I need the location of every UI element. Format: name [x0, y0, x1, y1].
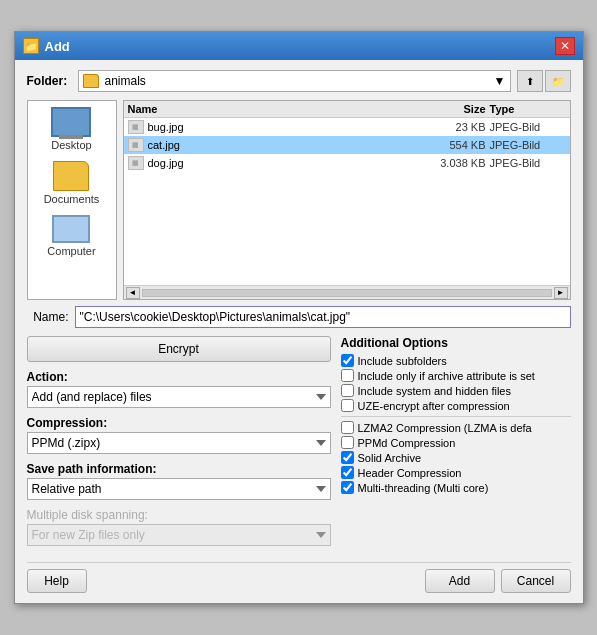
checkbox-multi: Multi-threading (Multi core) [341, 481, 571, 494]
solid-label: Solid Archive [358, 452, 422, 464]
lzma2-label: LZMA2 Compression (LZMA is defa [358, 422, 532, 434]
compression-select[interactable]: PPMd (.zipx) Deflate (.zip) LZMA (.zipx)… [27, 432, 331, 454]
nav-documents[interactable]: Documents [44, 161, 100, 205]
system-hidden-checkbox[interactable] [341, 384, 354, 397]
include-subfolders-label: Include subfolders [358, 355, 447, 367]
file-thumb-icon: ▦ [128, 120, 144, 134]
multiple-disk-group: Multiple disk spanning: For new Zip file… [27, 508, 331, 546]
file-list-area: Name Size Type ▦ bug.jpg 23 KB JPEG-Bild [123, 100, 571, 300]
file-thumb-icon: ▦ [128, 138, 144, 152]
save-path-group: Save path information: Relative path Ful… [27, 462, 331, 500]
archive-attribute-checkbox[interactable] [341, 369, 354, 382]
multiple-disk-label: Multiple disk spanning: [27, 508, 331, 522]
scroll-left-arrow[interactable]: ◄ [126, 287, 140, 299]
header-checkbox[interactable] [341, 466, 354, 479]
bottom-row: Help Add Cancel [27, 562, 571, 593]
checkbox-header: Header Compression [341, 466, 571, 479]
checkbox-archive-attribute: Include only if archive attribute is set [341, 369, 571, 382]
encrypt-button[interactable]: Encrypt [27, 336, 331, 362]
file-type: JPEG-Bild [486, 121, 566, 133]
nav-desktop[interactable]: Desktop [51, 107, 91, 151]
folder-dropdown-arrow: ▼ [494, 74, 506, 88]
file-list-body: ▦ bug.jpg 23 KB JPEG-Bild ▦ cat.jpg 554 … [124, 118, 570, 285]
window-title: Add [45, 39, 70, 54]
uze-encrypt-checkbox[interactable] [341, 399, 354, 412]
compression-label: Compression: [27, 416, 331, 430]
checkbox-ppmd: PPMd Compression [341, 436, 571, 449]
table-row[interactable]: ▦ dog.jpg 3.038 KB JPEG-Bild [124, 154, 570, 172]
left-controls: Encrypt Action: Add (and replace) files … [27, 336, 331, 554]
ppmd-checkbox[interactable] [341, 436, 354, 449]
file-list-header: Name Size Type [124, 101, 570, 118]
include-subfolders-checkbox[interactable] [341, 354, 354, 367]
file-type: JPEG-Bild [486, 139, 566, 151]
multi-checkbox[interactable] [341, 481, 354, 494]
scrollbar-area: ◄ ► [124, 285, 570, 299]
save-path-label: Save path information: [27, 462, 331, 476]
checkbox-uze-encrypt: UZE-encrypt after compression [341, 399, 571, 412]
lzma2-checkbox[interactable] [341, 421, 354, 434]
file-name: bug.jpg [148, 121, 184, 133]
save-path-select[interactable]: Relative path Full path No path [27, 478, 331, 500]
file-size: 23 KB [416, 121, 486, 133]
add-button[interactable]: Add [425, 569, 495, 593]
help-button[interactable]: Help [27, 569, 87, 593]
multi-label: Multi-threading (Multi core) [358, 482, 489, 494]
scroll-track[interactable] [142, 289, 552, 297]
table-row[interactable]: ▦ cat.jpg 554 KB JPEG-Bild [124, 136, 570, 154]
documents-icon [53, 161, 89, 191]
title-bar: 📁 Add ✕ [15, 32, 583, 60]
col-size: Size [416, 103, 486, 115]
folder-small-icon [83, 74, 99, 88]
name-label: Name: [27, 310, 69, 324]
nav-documents-label: Documents [44, 193, 100, 205]
main-area: Desktop Documents Computer Name Size Typ… [27, 100, 571, 300]
divider [341, 416, 571, 417]
file-size: 554 KB [416, 139, 486, 151]
col-name: Name [128, 103, 416, 115]
folder-up-button[interactable]: ⬆ [517, 70, 543, 92]
desktop-icon [51, 107, 91, 137]
right-options: Additional Options Include subfolders In… [341, 336, 571, 554]
action-label: Action: [27, 370, 331, 384]
nav-computer-label: Computer [47, 245, 95, 257]
close-button[interactable]: ✕ [555, 37, 575, 55]
folder-row: Folder: animals ▼ ⬆ 📁 [27, 70, 571, 92]
action-group: Action: Add (and replace) files Move fil… [27, 370, 331, 408]
nav-desktop-label: Desktop [51, 139, 91, 151]
middle-section: Encrypt Action: Add (and replace) files … [27, 336, 571, 554]
bottom-right-buttons: Add Cancel [425, 569, 571, 593]
file-name: cat.jpg [148, 139, 180, 151]
file-size: 3.038 KB [416, 157, 486, 169]
checkbox-system-hidden: Include system and hidden files [341, 384, 571, 397]
scroll-right-arrow[interactable]: ► [554, 287, 568, 299]
multiple-disk-select: For new Zip files only [27, 524, 331, 546]
archive-attribute-label: Include only if archive attribute is set [358, 370, 535, 382]
folder-new-button[interactable]: 📁 [545, 70, 571, 92]
action-select[interactable]: Add (and replace) files Move files Updat… [27, 386, 331, 408]
folder-value: animals [105, 74, 488, 88]
additional-options-title: Additional Options [341, 336, 571, 350]
compression-group: Compression: PPMd (.zipx) Deflate (.zip)… [27, 416, 331, 454]
folder-label: Folder: [27, 74, 72, 88]
file-type: JPEG-Bild [486, 157, 566, 169]
name-input[interactable] [75, 306, 571, 328]
header-label: Header Compression [358, 467, 462, 479]
checkbox-solid: Solid Archive [341, 451, 571, 464]
cancel-button[interactable]: Cancel [501, 569, 571, 593]
nav-computer[interactable]: Computer [47, 215, 95, 257]
col-type: Type [486, 103, 566, 115]
window-icon: 📁 [23, 38, 39, 54]
system-hidden-label: Include system and hidden files [358, 385, 511, 397]
checkbox-include-subfolders: Include subfolders [341, 354, 571, 367]
left-navigation: Desktop Documents Computer [27, 100, 117, 300]
ppmd-label: PPMd Compression [358, 437, 456, 449]
uze-encrypt-label: UZE-encrypt after compression [358, 400, 510, 412]
name-row: Name: [27, 306, 571, 328]
file-thumb-icon: ▦ [128, 156, 144, 170]
folder-select-box[interactable]: animals ▼ [78, 70, 511, 92]
computer-icon [52, 215, 90, 243]
table-row[interactable]: ▦ bug.jpg 23 KB JPEG-Bild [124, 118, 570, 136]
solid-checkbox[interactable] [341, 451, 354, 464]
checkbox-lzma2: LZMA2 Compression (LZMA is defa [341, 421, 571, 434]
